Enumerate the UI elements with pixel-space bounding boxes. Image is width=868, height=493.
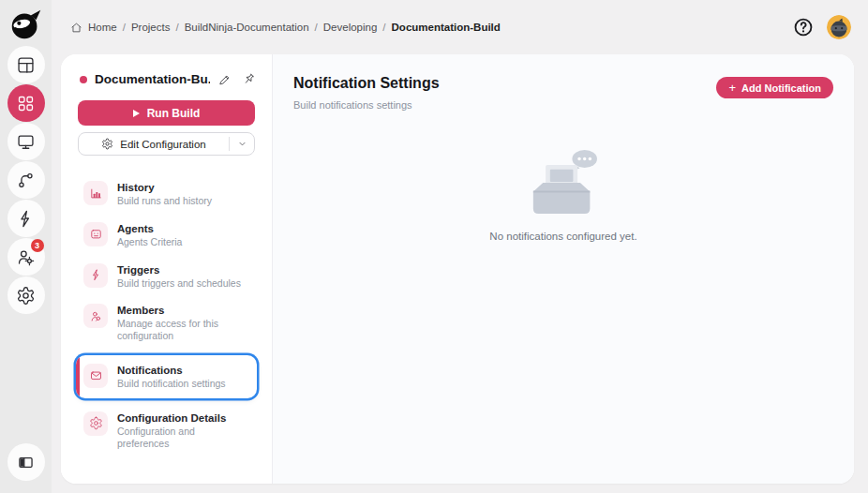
monitor-icon <box>16 132 36 152</box>
trigger-bolt-icon <box>83 263 108 288</box>
configuration-menu: History Build runs and history <box>61 176 272 467</box>
menu-item-desc: Build triggers and schedules <box>117 277 241 290</box>
run-build-label: Run Build <box>147 107 201 120</box>
sidebar-item-agents[interactable]: Agents Agents Criteria <box>76 217 257 253</box>
chevron-down-icon <box>237 139 247 149</box>
menu-item-desc: Configuration and preferences <box>117 426 249 450</box>
help-button[interactable] <box>793 17 814 37</box>
rail-item-git-branch[interactable] <box>7 161 45 199</box>
breadcrumb-buildninja-documentation[interactable]: BuildNinja-Documentation <box>185 22 309 33</box>
breadcrumb-separator: / <box>315 22 318 33</box>
empty-state: No notifications configured yet. <box>273 144 854 242</box>
menu-item-desc: Build runs and history <box>117 195 212 207</box>
empty-inbox-icon <box>515 144 612 221</box>
play-icon <box>133 110 140 117</box>
rail-item-lightning[interactable] <box>7 200 45 237</box>
home-icon <box>70 22 82 34</box>
edit-configuration-button[interactable]: Edit Configuration <box>78 132 255 156</box>
breadcrumb-separator: / <box>123 22 126 33</box>
user-avatar[interactable] <box>827 15 851 39</box>
configuration-title: Documentation-Bu... <box>95 72 210 86</box>
rail-collapse-button[interactable] <box>7 443 45 481</box>
pin-icon <box>242 72 256 86</box>
settings-gear-icon <box>16 286 36 306</box>
agent-bot-icon <box>83 222 108 246</box>
rail-item-dashboard[interactable] <box>7 46 45 83</box>
ninja-avatar <box>827 15 851 39</box>
history-chart-icon <box>83 181 108 205</box>
notification-count-badge: 3 <box>31 239 44 252</box>
menu-item-label: Configuration Details <box>117 412 249 424</box>
rail-item-projects[interactable] <box>7 84 45 122</box>
collapse-panel-icon <box>16 453 36 472</box>
content-shell: Home / Projects / BuildNinja-Documentati… <box>52 0 868 493</box>
pencil-icon <box>218 72 232 86</box>
gear-icon <box>101 138 113 150</box>
app-rail: 3 <box>0 0 52 493</box>
git-branch-icon <box>16 171 36 190</box>
ninja-logo <box>7 5 46 44</box>
config-gear-icon <box>83 411 108 436</box>
members-user-icon <box>83 304 108 328</box>
menu-item-label: History <box>117 182 212 193</box>
menu-item-label: Triggers <box>117 264 241 276</box>
empty-state-message: No notifications configured yet. <box>489 231 636 242</box>
breadcrumb-separator: / <box>382 22 385 33</box>
build-configuration-card: Documentation-Bu... Run Build <box>61 54 854 484</box>
help-icon <box>793 17 814 37</box>
projects-grid-icon <box>16 94 36 113</box>
rail-item-monitor[interactable] <box>7 123 45 160</box>
panel-header: Documentation-Bu... <box>61 71 272 87</box>
sidebar-item-history[interactable]: History Build runs and history <box>76 176 257 212</box>
menu-item-label: Members <box>117 305 249 316</box>
menu-item-desc: Agents Criteria <box>117 236 182 248</box>
edit-configuration-label: Edit Configuration <box>120 139 205 150</box>
run-build-button[interactable]: Run Build <box>78 100 255 126</box>
menu-item-desc: Build notification settings <box>117 378 226 390</box>
menu-item-label: Agents <box>117 223 182 234</box>
rail-item-settings[interactable] <box>7 276 45 314</box>
main-header: Notification Settings Build notification… <box>273 54 854 111</box>
page-title: Notification Settings <box>293 75 716 92</box>
edit-title-button[interactable] <box>217 71 233 87</box>
notification-settings-panel: Notification Settings Build notification… <box>273 54 854 484</box>
plus-icon: + <box>728 81 736 95</box>
breadcrumb-developing[interactable]: Developing <box>323 22 378 33</box>
rail-item-user-settings[interactable]: 3 <box>7 238 45 276</box>
breadcrumb: Home / Projects / BuildNinja-Documentati… <box>70 22 780 34</box>
status-dot <box>80 76 87 83</box>
add-notification-button[interactable]: + Add Notification <box>716 77 833 98</box>
breadcrumb-current-page: Documentation-Build <box>392 22 501 33</box>
sidebar-item-configuration-details[interactable]: Configuration Details Configuration and … <box>76 407 257 455</box>
dashboard-layout-icon <box>16 55 36 75</box>
sidebar-item-triggers[interactable]: Triggers Build triggers and schedules <box>76 259 257 294</box>
edit-configuration-dropdown[interactable] <box>230 133 254 155</box>
breadcrumb-home[interactable]: Home <box>88 22 117 33</box>
sidebar-item-members[interactable]: Members Manage access for this configura… <box>76 299 257 347</box>
envelope-icon <box>83 364 108 388</box>
add-notification-label: Add Notification <box>741 82 821 94</box>
topbar: Home / Projects / BuildNinja-Documentati… <box>52 0 868 54</box>
breadcrumb-projects[interactable]: Projects <box>131 22 171 33</box>
edit-configuration-main[interactable]: Edit Configuration <box>79 133 229 155</box>
menu-item-label: Notifications <box>117 365 226 376</box>
breadcrumb-separator: / <box>175 22 178 33</box>
pin-button[interactable] <box>241 71 257 87</box>
configuration-panel: Documentation-Bu... Run Build <box>61 54 273 484</box>
sidebar-item-notifications[interactable]: Notifications Build notification setting… <box>76 355 257 398</box>
page-subtitle: Build notifications settings <box>293 99 716 111</box>
lightning-icon <box>16 209 36 229</box>
menu-item-desc: Manage access for this configuration <box>117 318 249 342</box>
